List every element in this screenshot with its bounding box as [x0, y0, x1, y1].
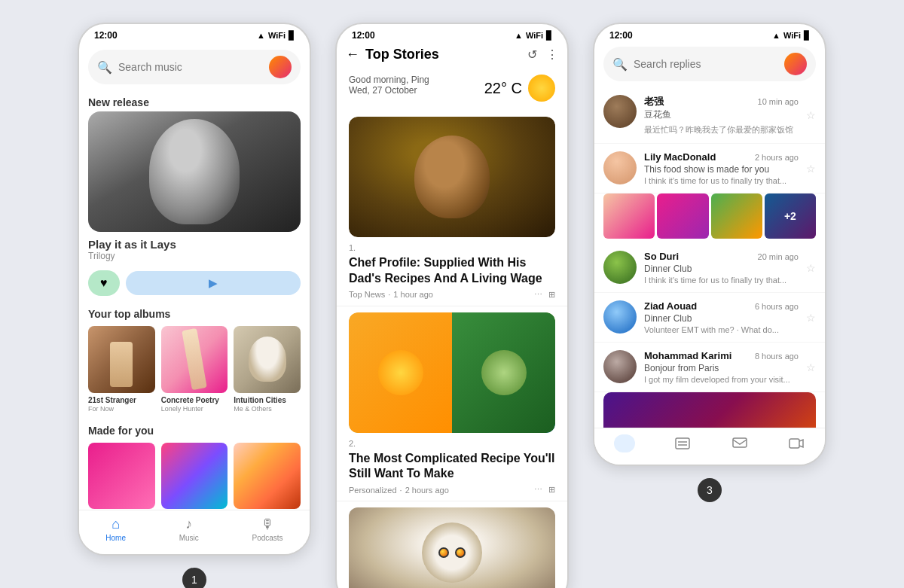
owl-eye-left: [438, 547, 449, 558]
track-controls: ♥ ▶: [79, 267, 310, 302]
more-icon[interactable]: ⋮: [546, 47, 558, 62]
star-icon-4[interactable]: ☆: [806, 312, 816, 324]
playlist-1[interactable]: [88, 443, 155, 510]
list-icon: [673, 434, 692, 452]
playlist-2[interactable]: [161, 443, 228, 510]
article-3[interactable]: [337, 501, 567, 588]
msg-content-4: Ziad Aouad 6 hours ago Dinner Club Volun…: [644, 300, 799, 334]
owl-photo: [349, 507, 555, 588]
wifi-icon-2: WiFi: [526, 31, 543, 40]
phones-container: 12:00 ▲ WiFi ▊ 🔍 New release: [47, 0, 857, 588]
article-image-2: [349, 312, 555, 433]
status-icons-1: ▲ WiFi ▊: [257, 31, 295, 41]
news-title: Top Stories: [365, 47, 521, 62]
save-icon[interactable]: ⊞: [548, 290, 555, 300]
album-item-2[interactable]: Concrete Poetry Lonely Hunter: [161, 326, 228, 413]
msg-name-3: So Duri: [644, 251, 679, 262]
message-images-2: [603, 193, 816, 239]
message-item-4[interactable]: Ziad Aouad 6 hours ago Dinner Club Volun…: [594, 293, 825, 343]
msg-preview-3: I think it's time for us to finally try …: [644, 276, 799, 285]
message-item-2[interactable]: Lily MacDonald 2 hours ago This food sho…: [594, 144, 825, 193]
playlist-3[interactable]: [234, 443, 301, 510]
album-item-3[interactable]: Intuition Cities Me & Others: [234, 326, 301, 413]
nav-podcasts[interactable]: 🎙 Podcasts: [252, 516, 282, 542]
avatar-3[interactable]: [784, 53, 807, 75]
msg-thumb-4: [765, 193, 816, 239]
temp-value: 22° C: [484, 80, 522, 97]
search-icon-1: 🔍: [97, 60, 112, 75]
food-photo: [349, 312, 555, 433]
status-icons-3: ▲ WiFi ▊: [772, 31, 810, 41]
save-icon-2[interactable]: ⊞: [548, 485, 555, 495]
podcast-icon: 🎙: [261, 516, 274, 532]
more-dots-icon[interactable]: ⋯: [534, 290, 542, 300]
albums-grid: 21st Stranger For Now Concrete Poetry Lo…: [79, 323, 310, 419]
phone1-wrapper: 12:00 ▲ WiFi ▊ 🔍 New release: [78, 23, 311, 588]
status-bar-3: 12:00 ▲ WiFi ▊: [594, 24, 825, 44]
message-item-3[interactable]: So Duri 20 min ago Dinner Club I think i…: [594, 243, 825, 293]
track-artist: Trilogy: [88, 251, 301, 261]
msg-group-3: Dinner Club: [644, 264, 799, 274]
star-icon-5[interactable]: ☆: [806, 361, 816, 373]
article-title-2: The Most Complicated Recipe You'll Still…: [349, 451, 555, 483]
msg-content-1: 老强 豆花鱼 10 min ago 最近忙吗？昨晚我去了你最爱的那家饭馆: [644, 95, 799, 136]
refresh-icon[interactable]: ↺: [527, 47, 537, 62]
msg-avatar-2: [603, 151, 637, 184]
star-icon-2[interactable]: ☆: [806, 163, 816, 175]
more-dots-icon-2[interactable]: ⋯: [534, 485, 542, 495]
weather-temp: 22° C: [484, 75, 555, 102]
nav-home-label: Home: [105, 534, 126, 542]
nav-podcasts-label: Podcasts: [252, 534, 282, 542]
album-item-1[interactable]: 21st Stranger For Now: [88, 326, 155, 413]
made-for-you-title: Made for you: [79, 419, 310, 440]
svg-rect-2: [676, 438, 689, 449]
search-bar-1[interactable]: 🔍: [88, 50, 301, 84]
chef-photo: [349, 117, 555, 237]
search-input-1[interactable]: [118, 61, 263, 73]
nav3-message[interactable]: [731, 434, 749, 452]
article-num-2: 2.: [349, 439, 555, 448]
nav-music[interactable]: ♪ Music: [179, 516, 199, 542]
search-bar-3[interactable]: 🔍: [603, 47, 816, 81]
msg-name-4: Ziad Aouad: [644, 300, 697, 312]
msg-avatar-3: [603, 251, 637, 284]
battery-icon-2: ▊: [546, 31, 552, 41]
hero-album-art: [88, 111, 301, 232]
nav3-list[interactable]: [673, 434, 692, 452]
time-2: 12:00: [352, 30, 375, 41]
message-item-1[interactable]: 老强 豆花鱼 10 min ago 最近忙吗？昨晚我去了你最爱的那家饭馆 ☆: [594, 87, 825, 144]
article-2[interactable]: 2. The Most Complicated Recipe You'll St…: [337, 306, 567, 502]
avatar-1[interactable]: [269, 56, 292, 78]
nav-home[interactable]: ⌂ Home: [105, 516, 126, 542]
weather-date: Wed, 27 October: [349, 85, 429, 96]
like-button[interactable]: ♥: [88, 270, 120, 296]
wifi-icon-3: WiFi: [783, 31, 801, 40]
article-time-2: 2 hours ago: [405, 486, 449, 495]
msg-name-5: Mohammad Karimi: [644, 350, 731, 361]
article-source-1: Top News: [349, 290, 385, 299]
search-input-3[interactable]: [634, 58, 778, 70]
weather-bar: Good morning, Ping Wed, 27 October 22° C: [337, 69, 567, 111]
phone2-header: ← Top Stories ↺ ⋮: [337, 44, 567, 69]
article-1[interactable]: 1. Chef Profile: Supplied With His Dad's…: [337, 111, 567, 306]
msg-time-2: 2 hours ago: [755, 153, 799, 162]
signal-icon-2: ▲: [515, 31, 523, 40]
owl-face: [422, 522, 482, 583]
article-meta-2: Personalized · 2 hours ago ⋯ ⊞: [349, 485, 555, 495]
article-actions-1: ⋯ ⊞: [534, 290, 555, 300]
nav3-video[interactable]: [787, 434, 805, 452]
back-button[interactable]: ←: [346, 47, 359, 62]
play-button[interactable]: ▶: [126, 271, 301, 295]
msg-avatar-4: [603, 300, 637, 334]
article-meta-1: Top News · 1 hour ago ⋯ ⊞: [349, 290, 555, 300]
star-icon-3[interactable]: ☆: [806, 262, 816, 274]
battery-icon-3: ▊: [804, 31, 810, 41]
battery-icon: ▊: [289, 31, 295, 41]
message-item-5[interactable]: Mohammad Karimi 8 hours ago Bonjour from…: [594, 343, 825, 392]
star-icon-1[interactable]: ☆: [806, 109, 816, 121]
msg-group-2: This food show is made for you: [644, 164, 799, 175]
article-title-1: Chef Profile: Supplied With His Dad's Re…: [349, 255, 555, 287]
nav3-camera[interactable]: [614, 434, 635, 452]
msg-avatar-5: [603, 350, 637, 383]
phone-number-1: 1: [182, 568, 206, 588]
